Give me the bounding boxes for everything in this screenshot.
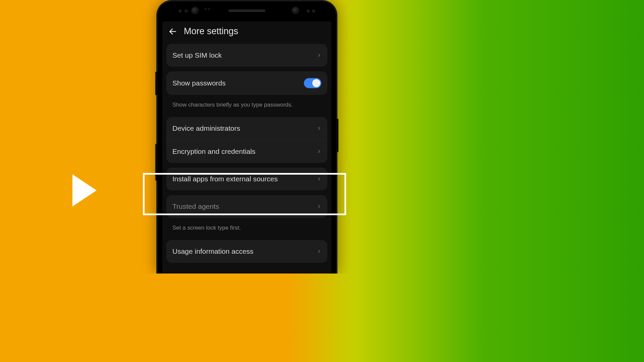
setting-description: Show characters briefly as you type pass… <box>166 100 327 117</box>
sensor-dot-icon <box>184 9 188 13</box>
chevron-right-icon <box>317 53 321 58</box>
setting-label: Usage information access <box>172 247 254 255</box>
speaker-grille-icon <box>228 9 265 12</box>
settings-list: Set up SIM lock Show passwords Show char… <box>162 44 331 263</box>
setting-label: Set up SIM lock <box>172 51 222 59</box>
sensor-dot-icon <box>208 8 210 10</box>
chevron-right-icon <box>317 204 321 209</box>
setting-sim-lock[interactable]: Set up SIM lock <box>166 44 327 67</box>
back-arrow-icon[interactable] <box>168 27 177 36</box>
setting-description: Set a screen lock type first. <box>166 223 327 240</box>
phone-side-button <box>336 119 338 152</box>
chevron-right-icon <box>317 177 321 181</box>
toggle-switch[interactable] <box>304 78 321 88</box>
phone-side-button <box>155 72 158 95</box>
sensor-dot-icon <box>307 9 310 13</box>
chevron-right-icon <box>317 249 321 254</box>
page-title: More settings <box>184 26 238 37</box>
setting-label: Encryption and credentials <box>172 147 255 156</box>
sensor-dot-icon <box>178 9 182 13</box>
setting-device-administrators[interactable]: Device administrators <box>166 117 327 140</box>
setting-trusted-agents[interactable]: Trusted agents <box>166 195 327 218</box>
setting-label: Trusted agents <box>172 202 219 210</box>
phone-top-bezel <box>158 1 336 20</box>
setting-install-external-sources[interactable]: Install apps from external sources <box>166 168 327 190</box>
play-icon <box>72 174 97 206</box>
phone-side-button <box>155 144 158 181</box>
chevron-right-icon <box>317 149 321 154</box>
page-header: More settings <box>162 21 331 44</box>
setting-label: Show passwords <box>172 79 226 87</box>
phone-screen: More settings Set up SIM lock Show passw… <box>162 21 331 274</box>
setting-usage-information-access[interactable]: Usage information access <box>166 240 327 263</box>
toggle-knob <box>312 79 320 87</box>
chevron-right-icon <box>317 126 321 131</box>
setting-label: Install apps from external sources <box>172 175 278 183</box>
settings-group: Device administrators Encryption and cre… <box>166 117 327 163</box>
camera-lens-icon <box>191 7 199 14</box>
setting-label: Device administrators <box>172 124 240 132</box>
camera-lens-icon <box>292 7 299 14</box>
setting-show-passwords[interactable]: Show passwords <box>166 71 327 95</box>
sensor-dot-icon <box>312 9 315 13</box>
phone-frame: More settings Set up SIM lock Show passw… <box>156 0 337 274</box>
sensor-dot-icon <box>205 8 207 10</box>
setting-encryption-and-credentials[interactable]: Encryption and credentials <box>166 140 327 163</box>
